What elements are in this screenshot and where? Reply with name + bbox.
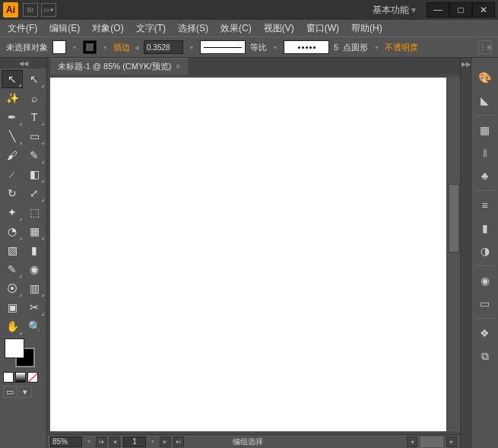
prev-artboard-button[interactable]: ◂ xyxy=(109,437,120,447)
vertical-scrollbar[interactable] xyxy=(448,78,460,431)
opacity-label[interactable]: 不透明度 xyxy=(385,42,418,53)
color-mode-none[interactable] xyxy=(27,372,38,383)
brush-preview[interactable] xyxy=(200,40,246,54)
transparency-panel-icon[interactable]: ◑ xyxy=(475,242,495,260)
tab-title: 未标题-1 @ 85% (CMYK/预览) xyxy=(58,61,171,72)
appearance-panel-icon[interactable]: ◉ xyxy=(475,272,495,290)
menu-object[interactable]: 对象(O) xyxy=(89,21,126,37)
toolbox: ◀◀ ↖ ↖ ✨ ⌕ ✒ T ╲ ▭ 🖌 ✎ ⟋ ◧ ↻ ⤢ ✦ ⬚ ◔ ▦ ▧… xyxy=(0,58,47,448)
menu-view[interactable]: 视图(V) xyxy=(261,21,297,37)
swatches-panel-icon[interactable]: ▦ xyxy=(475,121,495,139)
menubar: 文件(F) 编辑(E) 对象(O) 文字(T) 选择(S) 效果(C) 视图(V… xyxy=(0,20,498,37)
stroke-weight-input[interactable] xyxy=(144,40,183,54)
selection-tool[interactable]: ↖ xyxy=(2,70,23,88)
line-tool[interactable]: ╲ xyxy=(2,127,23,145)
artboard-tool[interactable]: ▣ xyxy=(2,298,23,316)
menu-select[interactable]: 选择(S) xyxy=(175,21,211,37)
slice-tool[interactable]: ✂ xyxy=(24,298,45,316)
canvas[interactable] xyxy=(50,78,446,431)
scale-tool[interactable]: ⤢ xyxy=(24,184,45,202)
rectangle-tool[interactable]: ▭ xyxy=(24,127,45,145)
brush-dropdown[interactable]: ▼ xyxy=(271,45,279,50)
shape-builder-tool[interactable]: ◔ xyxy=(2,222,23,240)
profile-width: 5 xyxy=(334,43,338,52)
gradient-panel-icon[interactable]: ▮ xyxy=(475,219,495,237)
color-mode-solid[interactable] xyxy=(3,372,14,383)
foreground-swatch[interactable] xyxy=(5,338,24,358)
status-bar: 85% ▼ I◂ ◂ 1 ▼ ▸ ▸I 编组选择 ◂ ▸ xyxy=(47,434,460,448)
mesh-tool[interactable]: ▧ xyxy=(2,241,23,259)
artboard-number[interactable]: 1 xyxy=(123,437,146,447)
minimize-button[interactable]: — xyxy=(427,2,449,17)
color-panel-icon[interactable]: 🎨 xyxy=(475,68,495,87)
maximize-button[interactable]: □ xyxy=(449,2,472,17)
rotate-tool[interactable]: ↻ xyxy=(2,184,23,202)
menu-file[interactable]: 文件(F) xyxy=(5,21,40,37)
menu-effect[interactable]: 效果(C) xyxy=(217,21,255,37)
menu-edit[interactable]: 编辑(E) xyxy=(46,21,83,37)
symbols-panel-icon[interactable]: ♣ xyxy=(475,167,495,185)
tab-close-icon[interactable]: × xyxy=(176,62,180,71)
document-tab[interactable]: 未标题-1 @ 85% (CMYK/预览) × xyxy=(50,58,188,75)
right-panel-expand[interactable]: ▶▶ xyxy=(460,58,471,448)
workspace-switcher[interactable]: 基本功能 xyxy=(368,2,420,18)
document-tabs: 未标题-1 @ 85% (CMYK/预览) × xyxy=(47,58,460,75)
pen-tool[interactable]: ✒ xyxy=(2,108,23,126)
first-artboard-button[interactable]: I◂ xyxy=(96,437,106,447)
paintbrush-tool[interactable]: 🖌 xyxy=(2,146,23,164)
next-artboard-button[interactable]: ▸ xyxy=(160,437,170,447)
screen-mode-dropdown[interactable]: ▾ xyxy=(18,386,32,398)
layers-panel-icon[interactable]: ❖ xyxy=(475,324,495,342)
hscroll-left[interactable]: ◂ xyxy=(407,437,417,447)
toolbox-collapse[interactable]: ◀◀ xyxy=(0,58,46,68)
eyedropper-tool[interactable]: ✎ xyxy=(2,260,23,278)
fill-dropdown[interactable]: ▼ xyxy=(71,45,78,50)
brushes-panel-icon[interactable]: ⦀ xyxy=(475,144,495,162)
eraser-tool[interactable]: ◧ xyxy=(24,165,45,183)
arrange-icon[interactable]: ▭▾ xyxy=(41,3,56,17)
stroke-stepper-down[interactable]: ◂ xyxy=(135,43,139,52)
menu-window[interactable]: 窗口(W) xyxy=(303,21,342,37)
menu-type[interactable]: 文字(T) xyxy=(133,21,169,37)
fill-swatch[interactable] xyxy=(52,40,66,54)
screen-mode-normal[interactable]: ▭ xyxy=(3,386,17,398)
stroke-panel-icon[interactable]: ≡ xyxy=(475,196,495,214)
blob-brush-tool[interactable]: ⟋ xyxy=(2,165,23,183)
color-mode-gradient[interactable] xyxy=(15,372,26,383)
zoom-dropdown[interactable]: ▼ xyxy=(85,439,93,444)
scrollbar-thumb[interactable] xyxy=(449,184,459,253)
graph-tool[interactable]: ▥ xyxy=(24,279,45,297)
profile-preview[interactable] xyxy=(284,40,329,54)
zoom-input[interactable]: 85% xyxy=(50,437,82,447)
width-tool[interactable]: ✦ xyxy=(2,203,23,221)
last-artboard-button[interactable]: ▸I xyxy=(173,437,184,447)
color-guide-panel-icon[interactable]: ◣ xyxy=(475,91,495,110)
hscroll-right[interactable]: ▸ xyxy=(446,437,457,447)
bridge-icon[interactable]: Br xyxy=(23,3,38,17)
stroke-label[interactable]: 描边 xyxy=(113,42,130,53)
symbol-sprayer-tool[interactable]: ⦿ xyxy=(2,279,23,297)
graphic-styles-panel-icon[interactable]: ▭ xyxy=(475,294,495,313)
blend-tool[interactable]: ◉ xyxy=(24,260,45,278)
color-swatches[interactable] xyxy=(0,337,46,370)
direct-selection-tool[interactable]: ↖ xyxy=(24,70,45,88)
magic-wand-tool[interactable]: ✨ xyxy=(2,89,23,107)
prefs-icon[interactable]: ⋮≡ xyxy=(478,40,492,54)
hscroll-thumb[interactable] xyxy=(420,437,443,447)
type-tool[interactable]: T xyxy=(24,108,45,126)
menu-help[interactable]: 帮助(H) xyxy=(348,21,385,37)
stroke-weight-dropdown[interactable]: ▼ xyxy=(188,45,195,50)
artboards-panel-icon[interactable]: ⧉ xyxy=(475,347,495,365)
pencil-tool[interactable]: ✎ xyxy=(24,146,45,164)
perspective-grid-tool[interactable]: ▦ xyxy=(24,222,45,240)
artboard-dropdown[interactable]: ▼ xyxy=(149,439,157,444)
lasso-tool[interactable]: ⌕ xyxy=(24,89,45,107)
close-button[interactable]: ✕ xyxy=(472,2,495,17)
free-transform-tool[interactable]: ⬚ xyxy=(24,203,45,221)
stroke-dropdown[interactable]: ▼ xyxy=(101,45,109,50)
hand-tool[interactable]: ✋ xyxy=(2,317,23,335)
gradient-tool[interactable]: ▮ xyxy=(24,241,45,259)
profile-dropdown[interactable]: ▼ xyxy=(373,45,380,50)
stroke-swatch[interactable] xyxy=(83,40,97,54)
zoom-tool[interactable]: 🔍 xyxy=(24,317,45,335)
